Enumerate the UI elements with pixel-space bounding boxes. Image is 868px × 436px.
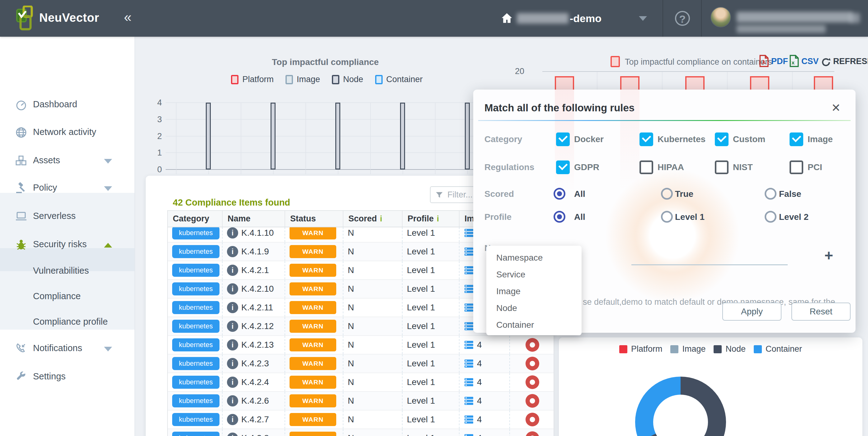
impact-icon[interactable] — [464, 247, 474, 256]
radio-true[interactable] — [661, 188, 673, 200]
legend-item[interactable]: Node — [714, 344, 746, 354]
error-donut-icon[interactable] — [526, 338, 539, 352]
checkbox-label[interactable]: PCI — [808, 162, 822, 172]
dropdown-option-service[interactable]: Service — [486, 266, 582, 283]
checkbox-image[interactable] — [789, 132, 803, 146]
apply-button[interactable]: Apply — [722, 303, 781, 321]
legend-item[interactable]: Image — [670, 344, 706, 354]
impact-icon[interactable] — [464, 322, 474, 331]
sidebar-item-dashboard[interactable]: Dashboard — [0, 95, 134, 115]
impact-icon[interactable] — [464, 284, 474, 294]
impact-icon[interactable] — [464, 377, 474, 387]
info-icon[interactable]: i — [227, 339, 238, 350]
dropdown-option-namespace[interactable]: Namespace — [486, 249, 582, 266]
cluster-caret-down-icon[interactable] — [639, 16, 647, 21]
bar-node[interactable] — [465, 103, 470, 169]
impact-icon[interactable] — [464, 415, 474, 424]
column-info-icon[interactable]: i — [437, 214, 439, 223]
radio-all[interactable] — [554, 188, 565, 200]
bar-node[interactable] — [400, 103, 405, 169]
radio-false[interactable] — [765, 188, 776, 200]
refresh-button[interactable]: REFRESH — [833, 57, 868, 66]
sidebar-item-policy[interactable]: Policy — [0, 178, 134, 198]
column-header-profile[interactable]: Profilei — [403, 211, 460, 227]
table-row[interactable]: kubernetesiK.4.2.3WARNNLevel 14 — [168, 355, 554, 373]
reset-button[interactable]: Reset — [792, 303, 850, 321]
error-donut-icon[interactable] — [526, 375, 539, 389]
sidebar-item-assets[interactable]: Assets — [0, 151, 134, 171]
checkbox-gdpr[interactable] — [556, 161, 570, 174]
impact-icon[interactable] — [464, 228, 474, 238]
column-header-name[interactable]: Name — [223, 211, 285, 227]
checkbox-pci[interactable] — [789, 161, 803, 174]
impact-icon[interactable] — [464, 340, 474, 349]
pdf-icon[interactable] — [759, 55, 769, 67]
csv-button[interactable]: CSV — [801, 57, 819, 66]
error-donut-icon[interactable] — [526, 357, 539, 370]
dropdown-option-node[interactable]: Node — [486, 300, 582, 316]
error-donut-icon[interactable] — [526, 394, 539, 408]
legend-item[interactable]: Container — [754, 344, 802, 354]
legend-item[interactable]: Node — [332, 75, 363, 84]
info-icon[interactable]: i — [227, 433, 238, 436]
pdf-button[interactable]: PDF — [771, 57, 788, 66]
radio-label[interactable]: False — [779, 189, 801, 199]
checkbox-label[interactable]: Image — [808, 134, 833, 144]
sidebar-item-notifications[interactable]: Notifications — [0, 339, 134, 359]
refresh-icon[interactable] — [821, 56, 831, 68]
info-icon[interactable]: i — [227, 414, 238, 425]
checkbox-custom[interactable] — [715, 132, 728, 146]
column-header-status[interactable]: Status — [285, 211, 343, 227]
radio-level-1[interactable] — [661, 211, 673, 223]
info-icon[interactable]: i — [227, 227, 238, 238]
column-header-category[interactable]: Category — [168, 211, 223, 227]
sidebar-item-vulnerabilities[interactable]: Vulnerabilities — [0, 261, 134, 281]
impact-icon[interactable] — [464, 303, 474, 312]
radio-label[interactable]: True — [675, 189, 693, 199]
table-row[interactable]: kubernetesiK.4.2.6WARNNLevel 14 — [168, 392, 554, 410]
close-icon[interactable]: ✕ — [831, 101, 841, 114]
info-icon[interactable]: i — [227, 283, 238, 295]
table-row[interactable]: kubernetesiK.4.2.13WARNNLevel 14 — [168, 336, 554, 355]
sidebar-item-compliance-profile[interactable]: Compliance profile — [0, 312, 134, 332]
user-avatar[interactable] — [710, 7, 731, 27]
help-icon[interactable]: ? — [675, 11, 690, 26]
impact-icon[interactable] — [464, 359, 474, 368]
checkbox-label[interactable]: NIST — [733, 162, 753, 172]
radio-all[interactable] — [554, 211, 565, 223]
home-icon[interactable] — [500, 11, 514, 25]
legend-item[interactable]: Image — [285, 75, 320, 84]
info-icon[interactable]: i — [227, 358, 238, 369]
sidebar-item-serverless[interactable]: Serverless — [0, 206, 134, 226]
sidebar-item-security-risks[interactable]: Security risks — [0, 235, 134, 255]
radio-label[interactable]: Level 2 — [779, 212, 809, 222]
checkbox-kubernetes[interactable] — [640, 132, 653, 146]
table-row[interactable]: kubernetesiK.4.2.8WARNNLevel 14 — [168, 429, 554, 436]
legend-item[interactable]: Platform — [619, 344, 662, 354]
column-header-scored[interactable]: Scoredi — [343, 211, 403, 227]
radio-label[interactable]: All — [574, 189, 585, 199]
info-icon[interactable]: i — [227, 395, 238, 406]
legend-item[interactable]: Platform — [231, 75, 274, 84]
checkbox-label[interactable]: GDPR — [574, 162, 599, 172]
impact-icon[interactable] — [464, 396, 474, 405]
checkbox-docker[interactable] — [556, 132, 570, 146]
info-icon[interactable]: i — [227, 321, 238, 332]
sidebar-collapse-button[interactable]: « — [124, 9, 131, 25]
column-info-icon[interactable]: i — [380, 214, 382, 223]
add-rule-icon[interactable]: + — [825, 247, 833, 264]
info-icon[interactable]: i — [227, 265, 238, 276]
sidebar-item-network-activity[interactable]: Network activity — [0, 123, 134, 142]
checkbox-label[interactable]: Docker — [574, 134, 604, 144]
bar-node[interactable] — [271, 103, 276, 169]
checkbox-label[interactable]: Custom — [733, 134, 765, 144]
csv-icon[interactable]: x — [789, 55, 800, 67]
info-icon[interactable]: i — [227, 246, 238, 257]
sidebar-item-compliance[interactable]: Compliance — [0, 287, 134, 307]
checkbox-hipaa[interactable] — [640, 161, 653, 174]
impact-icon[interactable] — [464, 266, 474, 275]
value-input-underline[interactable] — [631, 264, 788, 265]
error-donut-icon[interactable] — [526, 431, 539, 436]
radio-level-2[interactable] — [765, 211, 776, 223]
checkbox-label[interactable]: HIPAA — [657, 162, 684, 172]
